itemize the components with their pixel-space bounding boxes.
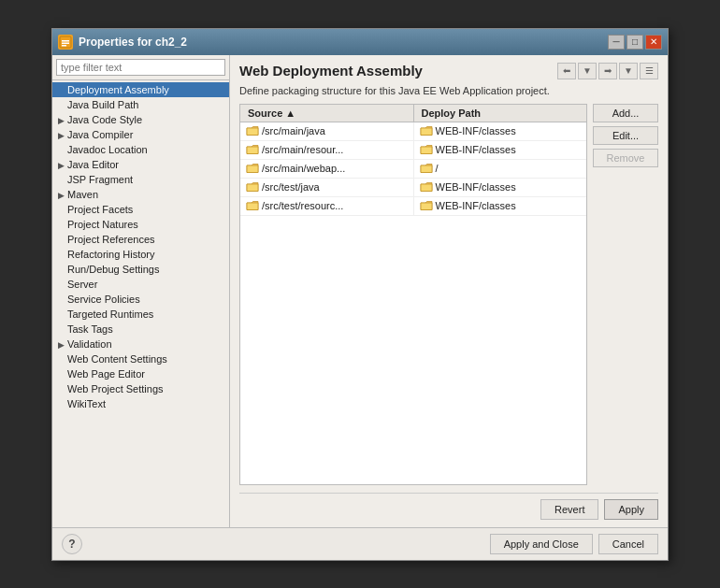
add-button[interactable]: Add... xyxy=(593,104,658,122)
remove-button[interactable]: Remove xyxy=(593,149,658,167)
nav-dropdown2-button[interactable]: ▼ xyxy=(619,63,638,79)
table-body[interactable]: /src/main/java WEB-INF/classes /src/main… xyxy=(240,122,586,484)
assembly-table: Source ▲ Deploy Path /src/main/java WEB-… xyxy=(239,104,587,485)
dialog-body: Deployment AssemblyJava Build Path▶Java … xyxy=(52,55,668,527)
table-header: Source ▲ Deploy Path xyxy=(240,105,586,122)
nav-menu-button[interactable]: ☰ xyxy=(640,63,658,79)
table-row[interactable]: /src/main/webap... / xyxy=(240,160,586,179)
table-row[interactable]: /src/main/resour... WEB-INF/classes xyxy=(240,141,586,160)
nav-buttons: ⬅ ▼ ➡ ▼ ☰ xyxy=(557,63,658,79)
left-panel: Deployment AssemblyJava Build Path▶Java … xyxy=(52,55,230,527)
tree-item-service-policies[interactable]: Service Policies xyxy=(52,292,229,307)
tree-item-web-project-settings[interactable]: Web Project Settings xyxy=(52,381,229,396)
edit-button[interactable]: Edit... xyxy=(593,126,658,145)
close-button[interactable]: ✕ xyxy=(645,35,662,50)
tree-item-javadoc-location[interactable]: Javadoc Location xyxy=(52,142,229,157)
td-deploy: WEB-INF/classes xyxy=(414,122,587,140)
filter-input[interactable] xyxy=(56,59,225,76)
table-row[interactable]: /src/test/java WEB-INF/classes xyxy=(240,179,586,197)
nav-forward-button[interactable]: ➡ xyxy=(598,63,617,79)
tree-item-web-page-editor[interactable]: Web Page Editor xyxy=(52,366,229,381)
tree-item-validation[interactable]: ▶Validation xyxy=(52,337,229,351)
side-buttons: Add... Edit... Remove xyxy=(593,104,658,485)
apply-close-button[interactable]: Apply and Close xyxy=(490,534,593,554)
table-row[interactable]: /src/test/resourc... WEB-INF/classes xyxy=(240,197,586,216)
tree-item-java-compiler[interactable]: ▶Java Compiler xyxy=(52,127,229,142)
dialog-title: Properties for ch2_2 xyxy=(79,36,602,49)
dialog-titlebar: Properties for ch2_2 ─ □ ✕ xyxy=(52,29,668,55)
dialog-icon xyxy=(58,35,73,50)
maximize-button[interactable]: □ xyxy=(626,35,643,50)
tree-item-project-natures[interactable]: Project Natures xyxy=(52,217,229,232)
bottom-bar: Revert Apply xyxy=(239,493,658,520)
td-source: /src/main/java xyxy=(240,122,414,140)
dialog-title-buttons: ─ □ ✕ xyxy=(608,35,662,50)
tree-item-jsp-fragment[interactable]: JSP Fragment xyxy=(52,172,229,187)
tree-item-server[interactable]: Server xyxy=(52,277,229,292)
nav-back-button[interactable]: ⬅ xyxy=(557,63,576,79)
table-and-buttons: Source ▲ Deploy Path /src/main/java WEB-… xyxy=(239,104,658,485)
tree-item-java-build-path[interactable]: Java Build Path xyxy=(52,97,229,112)
tree-list[interactable]: Deployment AssemblyJava Build Path▶Java … xyxy=(52,80,229,527)
tree-item-deployment-assembly[interactable]: Deployment Assembly xyxy=(52,82,229,97)
svg-rect-1 xyxy=(62,40,69,42)
tree-item-maven[interactable]: ▶Maven xyxy=(52,187,229,202)
tree-item-project-references[interactable]: Project References xyxy=(52,232,229,247)
revert-button[interactable]: Revert xyxy=(540,499,598,520)
td-deploy: WEB-INF/classes xyxy=(414,179,587,196)
nav-dropdown-button[interactable]: ▼ xyxy=(578,63,597,79)
td-source: /src/test/java xyxy=(240,179,414,196)
tree-item-wikitext[interactable]: WikiText xyxy=(52,396,229,411)
tree-item-web-content-settings[interactable]: Web Content Settings xyxy=(52,351,229,366)
right-header: Web Deployment Assembly ⬅ ▼ ➡ ▼ ☰ xyxy=(239,63,658,79)
tree-item-targeted-runtimes[interactable]: Targeted Runtimes xyxy=(52,307,229,322)
table-row[interactable]: /src/main/java WEB-INF/classes xyxy=(240,122,586,141)
td-source: /src/test/resourc... xyxy=(240,197,414,215)
td-deploy: WEB-INF/classes xyxy=(414,141,587,159)
description: Define packaging structure for this Java… xyxy=(239,85,658,96)
tree-item-java-editor[interactable]: ▶Java Editor xyxy=(52,157,229,172)
td-source: /src/main/webap... xyxy=(240,160,414,178)
properties-dialog: Properties for ch2_2 ─ □ ✕ Deployment As… xyxy=(51,28,669,561)
col-deploy: Deploy Path xyxy=(414,105,587,122)
apply-button[interactable]: Apply xyxy=(604,499,658,520)
panel-title: Web Deployment Assembly xyxy=(239,63,423,79)
td-deploy: / xyxy=(414,160,587,178)
td-source: /src/main/resour... xyxy=(240,141,414,159)
filter-input-wrap xyxy=(52,55,229,80)
td-deploy: WEB-INF/classes xyxy=(414,197,587,215)
cancel-button[interactable]: Cancel xyxy=(598,534,658,554)
tree-item-task-tags[interactable]: Task Tags xyxy=(52,322,229,337)
tree-item-project-facets[interactable]: Project Facets xyxy=(52,202,229,217)
svg-rect-2 xyxy=(62,42,69,44)
col-source: Source ▲ xyxy=(240,105,414,122)
footer-right: Apply and Close Cancel xyxy=(490,534,658,554)
tree-item-java-code-style[interactable]: ▶Java Code Style xyxy=(52,112,229,127)
svg-rect-3 xyxy=(62,45,66,47)
help-button[interactable]: ? xyxy=(62,534,82,554)
right-panel: Web Deployment Assembly ⬅ ▼ ➡ ▼ ☰ Define… xyxy=(230,55,668,527)
dialog-footer: ? Apply and Close Cancel xyxy=(52,527,668,560)
minimize-button[interactable]: ─ xyxy=(608,35,625,50)
tree-item-refactoring-history[interactable]: Refactoring History xyxy=(52,247,229,262)
tree-item-run-debug-settings[interactable]: Run/Debug Settings xyxy=(52,262,229,277)
